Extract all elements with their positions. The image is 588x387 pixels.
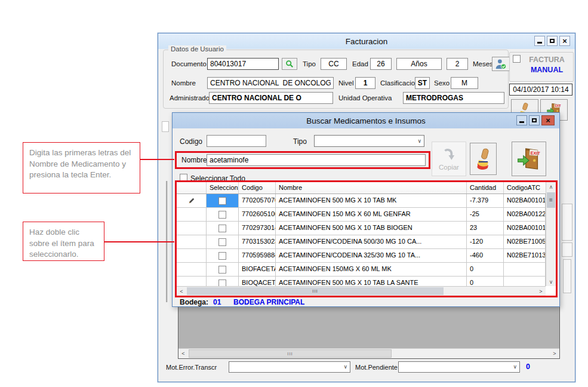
- sexo-label: Sexo: [434, 79, 450, 87]
- cell-nombre: ACETAMINOFEN/CODEINA 325/30 MG 10 TA...: [276, 249, 467, 263]
- pendiente-count: 0: [526, 363, 530, 371]
- row-select-cell[interactable]: [207, 263, 239, 277]
- copiar-button[interactable]: Copiar: [432, 142, 466, 176]
- vscroll-thumb[interactable]: ≡: [547, 192, 555, 208]
- row-select-cell[interactable]: [207, 208, 239, 222]
- codigo-input[interactable]: [207, 135, 266, 147]
- grid-rows: 7702057070... ACETAMINOFEN 500 MG X 10 T…: [177, 194, 556, 286]
- hscroll-thumb[interactable]: III: [187, 287, 444, 295]
- row-checkbox[interactable]: [218, 197, 226, 205]
- buscar-medicamentos-dialog: Buscar Medicamentos e Insumos × Codigo T…: [172, 112, 560, 307]
- mot-error-label: Mot.Error.Transcr: [166, 364, 217, 371]
- cell-cantidad: -460: [467, 249, 504, 263]
- scroll-up-button[interactable]: ∧: [546, 182, 556, 191]
- cell-cantidad: 0: [467, 277, 504, 286]
- table-row[interactable]: 7702057070... ACETAMINOFEN 500 MG X 10 T…: [177, 194, 556, 208]
- occluded-fragment: [562, 242, 572, 257]
- cell-nombre: ACETAMINOFEN/CODEINA 500/30 MG 10 CA...: [276, 235, 467, 249]
- unidad-operativa-value: METRODROGAS: [403, 92, 504, 104]
- codigo-label: Codigo: [180, 137, 202, 146]
- person-check-icon: [495, 58, 507, 70]
- grip-icon: ≡: [549, 197, 553, 203]
- svg-text:EXIT: EXIT: [530, 150, 540, 156]
- clasificacion-value: ST: [415, 77, 430, 89]
- maximize-button[interactable]: [547, 36, 558, 46]
- occluded-fragment: [562, 204, 572, 241]
- occluded-fragment: [162, 121, 169, 132]
- grid-hscrollbar[interactable]: < III >: [177, 286, 546, 296]
- scroll-down-button[interactable]: ∨: [546, 277, 556, 286]
- table-row[interactable]: BIOFACETA... ACETAMINOFEN 150MG X 60 ML …: [177, 263, 556, 277]
- invoice-grid-hscrollbar[interactable]: < III >: [178, 348, 559, 358]
- grip-icon: III: [287, 351, 293, 357]
- row-select-cell[interactable]: [207, 277, 239, 286]
- dialog-minimize-button[interactable]: [516, 115, 527, 125]
- row-checkbox[interactable]: [218, 225, 226, 232]
- nombre-search-input[interactable]: [207, 154, 426, 166]
- scroll-right-button[interactable]: >: [536, 287, 546, 296]
- header-codigo[interactable]: Codigo: [239, 182, 276, 194]
- datos-usuario-group: Datos de Usuario Documento Tipo CC Edad …: [163, 50, 509, 109]
- callout-connector-line: [104, 241, 174, 242]
- row-indicator-cell: [177, 235, 207, 249]
- dialog-title: Buscar Medicamentos e Insumos: [306, 116, 426, 125]
- exit-button-dialog[interactable]: EXIT: [512, 142, 546, 176]
- documento-input[interactable]: [207, 58, 279, 70]
- table-row[interactable]: BIOQACETA ACETAMINOFEN 500 MG X 10 TAB L…: [177, 277, 556, 286]
- row-checkbox[interactable]: [218, 252, 226, 260]
- maximize-icon: [532, 118, 537, 122]
- cell-codigo: BIOQACETA: [239, 277, 276, 286]
- scroll-left-button[interactable]: <: [177, 287, 186, 296]
- chevron-down-icon: ∨: [417, 139, 421, 144]
- header-nombre[interactable]: Nombre: [276, 182, 467, 194]
- hscroll-thumb[interactable]: III: [189, 349, 392, 358]
- header-codigoatc[interactable]: CodigoATC: [504, 182, 546, 194]
- row-checkbox[interactable]: [218, 211, 226, 219]
- row-indicator-cell: [177, 263, 207, 277]
- nombre-search-label: Nombre: [181, 156, 207, 164]
- header-seleccion[interactable]: Seleccion: [207, 182, 239, 194]
- cell-cantidad: -25: [467, 208, 504, 222]
- table-row[interactable]: 7702605100... ACETAMINOFEN 150 MG X 60 M…: [177, 208, 556, 222]
- table-row[interactable]: 7702973014... ACETAMINOFEN 500 MG X 10 T…: [177, 222, 556, 235]
- mot-pendiente-combobox[interactable]: ∨: [398, 361, 520, 373]
- grid-vscrollbar[interactable]: ∧ ≡ ∨: [546, 182, 556, 286]
- close-button[interactable]: ×: [559, 36, 570, 46]
- row-select-cell[interactable]: [207, 249, 239, 263]
- exit-door-icon: EXIT: [516, 146, 541, 172]
- factura-manual-checkbox[interactable]: [513, 55, 521, 63]
- table-row[interactable]: 7703153023... ACETAMINOFEN/CODEINA 500/3…: [177, 235, 556, 249]
- header-cantidad[interactable]: Cantidad: [467, 182, 504, 194]
- edad-label: Edad: [352, 60, 368, 67]
- row-indicator-cell: [177, 208, 207, 222]
- patient-info-button[interactable]: [492, 57, 510, 71]
- scroll-right-button[interactable]: >: [550, 349, 559, 358]
- edad-meses-value: 2: [447, 58, 468, 70]
- callout-text: Digita las primeras letras del Nombre de…: [29, 148, 131, 179]
- scroll-left-button[interactable]: <: [178, 349, 188, 358]
- dialog-close-button[interactable]: ×: [541, 115, 555, 125]
- table-row[interactable]: 7705959884... ACETAMINOFEN/CODEINA 325/3…: [177, 249, 556, 263]
- row-select-cell[interactable]: [207, 194, 239, 208]
- dialog-titlebar[interactable]: Buscar Medicamentos e Insumos ×: [173, 113, 559, 128]
- clear-button-dialog[interactable]: [470, 143, 497, 175]
- nombre-value[interactable]: [207, 77, 334, 89]
- row-select-cell[interactable]: [207, 235, 239, 249]
- nombre-label: Nombre: [171, 79, 196, 87]
- chevron-down-icon: ∨: [513, 364, 517, 370]
- tipo-filter-combobox[interactable]: ∨: [314, 135, 424, 147]
- dialog-maximize-button[interactable]: [529, 115, 540, 125]
- cell-nombre: ACETAMINOFEN 150 MG X 60 ML GENFAR: [276, 208, 467, 222]
- minimize-icon: [537, 42, 542, 44]
- minimize-button[interactable]: [534, 36, 545, 46]
- mot-error-combobox[interactable]: ∨: [229, 361, 350, 373]
- row-select-cell[interactable]: [207, 222, 239, 235]
- nivel-value: 1: [355, 77, 375, 89]
- row-checkbox[interactable]: [218, 266, 226, 274]
- row-indicator-cell: [177, 277, 207, 286]
- search-button[interactable]: [282, 58, 297, 70]
- row-checkbox[interactable]: [218, 280, 226, 287]
- svg-text:EXIT: EXIT: [555, 105, 561, 108]
- row-checkbox[interactable]: [218, 238, 226, 246]
- row-indicator-cell: [177, 194, 207, 208]
